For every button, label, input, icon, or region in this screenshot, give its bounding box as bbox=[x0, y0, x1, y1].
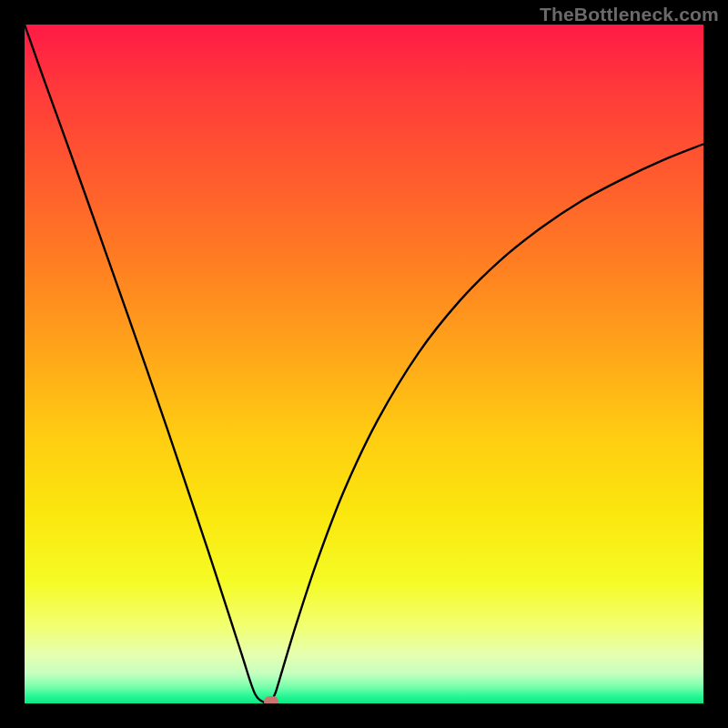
bottleneck-curve bbox=[25, 25, 703, 703]
plot-area bbox=[25, 25, 703, 703]
curve-path bbox=[25, 25, 703, 703]
watermark-text: TheBottleneck.com bbox=[540, 4, 719, 25]
chart-frame: TheBottleneck.com bbox=[0, 0, 728, 728]
min-point-marker bbox=[264, 696, 278, 703]
